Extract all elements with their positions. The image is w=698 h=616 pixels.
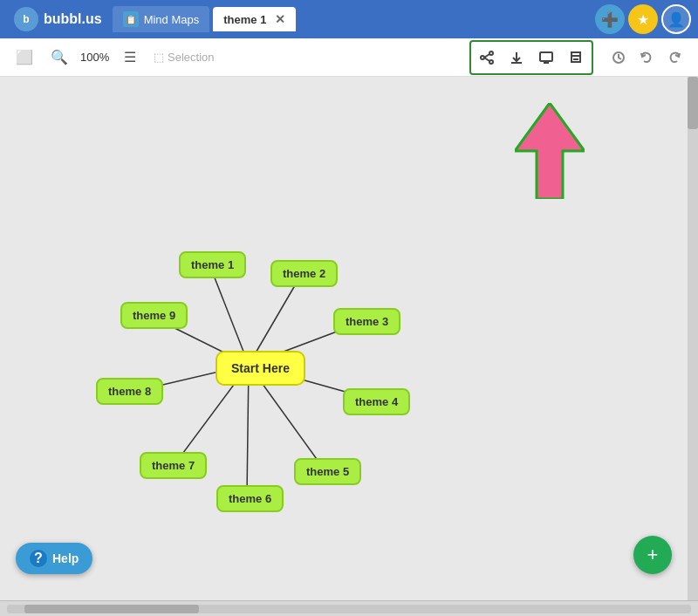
menu-btn[interactable]: ☰ <box>119 45 141 69</box>
svg-rect-7 <box>540 52 552 61</box>
svg-point-2 <box>481 56 484 59</box>
node-theme2-label: theme 2 <box>283 267 325 280</box>
center-node-label: Start Here <box>231 361 290 375</box>
top-nav: b bubbl.us 📋 Mind Maps theme 1 ✕ ➕ ★ 👤 <box>0 0 698 38</box>
add-icon: + <box>647 544 659 566</box>
node-theme2[interactable]: theme 2 <box>270 260 338 287</box>
node-theme5[interactable]: theme 5 <box>294 458 361 485</box>
undo-btn[interactable] <box>633 44 660 71</box>
selection-btn[interactable]: ⬚ Selection <box>148 47 219 67</box>
node-theme1-label: theme 1 <box>191 258 234 271</box>
node-theme4[interactable]: theme 4 <box>343 388 410 415</box>
present-btn[interactable] <box>532 44 560 72</box>
bottom-bar <box>0 600 698 616</box>
svg-line-13 <box>209 264 249 365</box>
zoom-btn[interactable]: 🔍 <box>45 45 73 69</box>
nav-user-btn[interactable]: 👤 <box>661 4 691 34</box>
tab-mind-maps-label: Mind Maps <box>144 13 200 26</box>
logo-text: bubbl.us <box>44 11 102 27</box>
tab-close-btn[interactable]: ✕ <box>275 12 285 26</box>
tab-theme1-label: theme 1 <box>223 13 266 26</box>
tab-mind-maps[interactable]: 📋 Mind Maps <box>113 6 210 32</box>
node-theme8[interactable]: theme 8 <box>96 378 163 405</box>
print-btn[interactable] <box>562 44 590 72</box>
help-label: Help <box>52 551 79 565</box>
canvas-area[interactable]: Start Here theme 1 theme 2 theme 3 theme… <box>0 77 698 600</box>
right-scrollbar[interactable] <box>688 77 698 600</box>
toolbar: ⬜ 🔍 100% ☰ ⬚ Selection <box>0 38 698 77</box>
history-btns <box>606 44 688 71</box>
action-btns <box>469 40 593 75</box>
scroll-thumb[interactable] <box>688 77 698 129</box>
svg-marker-22 <box>515 103 585 199</box>
nav-star-btn[interactable]: ★ <box>628 4 658 34</box>
node-theme7[interactable]: theme 7 <box>140 452 207 479</box>
node-theme6[interactable]: theme 6 <box>216 485 284 512</box>
node-theme9[interactable]: theme 9 <box>120 302 188 329</box>
node-theme3-label: theme 3 <box>346 315 388 328</box>
selection-label: Selection <box>168 51 214 64</box>
history-btn[interactable] <box>606 44 632 71</box>
selection-icon: ⬚ <box>154 51 164 64</box>
help-btn[interactable]: ? Help <box>16 543 92 574</box>
h-scroll-thumb[interactable] <box>24 605 199 613</box>
tab-theme1[interactable]: theme 1 ✕ <box>213 7 296 31</box>
add-btn[interactable]: + <box>633 536 672 574</box>
node-theme9-label: theme 9 <box>133 309 175 322</box>
logo-area[interactable]: b bubbl.us <box>7 3 109 35</box>
logo-bubble: b <box>14 7 38 31</box>
svg-point-0 <box>489 51 493 55</box>
tab-mind-maps-icon: 📋 <box>123 11 139 27</box>
nav-add-btn[interactable]: ➕ <box>595 4 625 34</box>
svg-line-4 <box>484 58 489 61</box>
pink-arrow <box>515 103 585 199</box>
node-theme4-label: theme 4 <box>355 395 398 408</box>
node-theme3[interactable]: theme 3 <box>333 308 400 335</box>
share-btn[interactable] <box>473 44 501 72</box>
node-theme1[interactable]: theme 1 <box>179 251 246 278</box>
node-theme8-label: theme 8 <box>108 385 151 398</box>
node-theme5-label: theme 5 <box>306 465 349 478</box>
redo-btn[interactable] <box>661 44 688 71</box>
frame-btn[interactable]: ⬜ <box>10 45 38 69</box>
node-theme7-label: theme 7 <box>152 459 195 472</box>
download-btn[interactable] <box>503 44 530 72</box>
node-theme6-label: theme 6 <box>229 492 271 505</box>
svg-point-1 <box>489 60 493 64</box>
help-icon: ? <box>30 550 47 567</box>
mindmap-lines <box>0 77 698 600</box>
center-node[interactable]: Start Here <box>216 351 305 386</box>
h-scrollbar[interactable] <box>7 605 691 613</box>
zoom-percent: 100% <box>80 51 112 64</box>
